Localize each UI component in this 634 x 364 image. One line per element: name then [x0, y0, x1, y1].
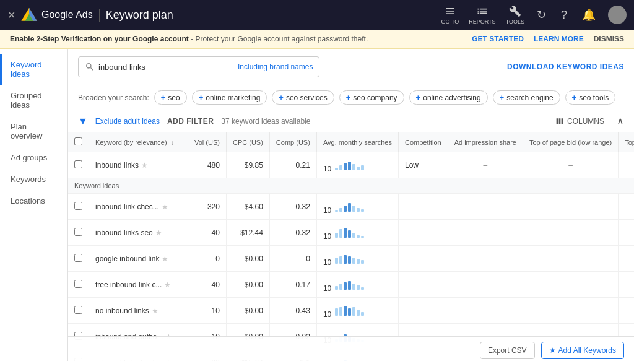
main-row-checkbox-cell[interactable]: [68, 152, 89, 178]
row-comp-cell: 0.17: [269, 272, 316, 298]
chip-seo-tools[interactable]: + seo tools: [565, 90, 616, 105]
row-checkbox[interactable]: [74, 202, 82, 210]
svg-rect-24: [335, 258, 338, 264]
sidebar-item-locations[interactable]: Locations: [0, 190, 67, 212]
comp-header: Comp (US): [269, 132, 316, 152]
main-bid-low-cell: –: [523, 152, 618, 178]
main-vol-cell: 480: [188, 152, 227, 178]
chip-seo[interactable]: + seo: [154, 90, 187, 105]
goto-label: GO TO: [441, 19, 459, 25]
star-icon[interactable]: ★: [162, 202, 168, 211]
sort-icon[interactable]: ↓: [171, 139, 174, 146]
star-icon[interactable]: ★: [164, 280, 171, 289]
main-row-checkbox[interactable]: [74, 160, 82, 168]
alert-bold: Enable 2-Step Verification on your Googl…: [10, 35, 189, 43]
chip-online-marketing[interactable]: + online marketing: [192, 90, 267, 105]
star-icon[interactable]: ★: [162, 254, 168, 263]
ad-impression-header: Ad impression share: [448, 132, 523, 152]
search-box[interactable]: Including brand names: [78, 56, 319, 77]
collapse-btn[interactable]: ∧: [617, 115, 624, 127]
goto-nav-btn[interactable]: GO TO: [441, 5, 459, 25]
section-header-row: Keyword ideas: [68, 178, 634, 194]
sidebar-item-plan-overview[interactable]: Plan overview: [0, 116, 67, 147]
row-cpc-cell: $12.44: [226, 220, 269, 246]
row-cpc-cell: $0.00: [226, 246, 269, 272]
content-area: Including brand names DOWNLOAD KEYWORD I…: [68, 49, 634, 361]
star-icon[interactable]: ★: [155, 228, 162, 237]
cpc-header: CPC (US): [226, 132, 269, 152]
dismiss-alert-btn[interactable]: DISMISS: [594, 35, 624, 43]
star-icon[interactable]: ★: [152, 306, 158, 315]
row-bid-high-cell: –: [619, 298, 634, 324]
row-bid-low-cell: –: [523, 220, 618, 246]
row-bid-low-cell: –: [523, 194, 618, 220]
avatar[interactable]: [608, 6, 627, 24]
add-all-keywords-btn[interactable]: ★ Add All Keywords: [541, 342, 624, 359]
chip-online-advertising[interactable]: + online advertising: [409, 90, 488, 105]
add-filter-btn[interactable]: ADD FILTER: [167, 117, 214, 126]
row-checkbox[interactable]: [74, 280, 82, 288]
star-add-icon: ★: [549, 346, 556, 355]
row-checkbox-cell[interactable]: [68, 298, 89, 324]
notifications-btn[interactable]: 🔔: [580, 6, 598, 24]
search-input[interactable]: [98, 63, 222, 72]
keyword-ideas-section: Keyword ideas: [68, 178, 634, 194]
help-btn[interactable]: ?: [558, 6, 570, 24]
refresh-btn[interactable]: ↻: [534, 6, 549, 24]
svg-rect-40: [344, 306, 347, 316]
reports-nav-btn[interactable]: REPORTS: [469, 5, 495, 25]
row-sparkline: [334, 198, 371, 213]
select-all-checkbox[interactable]: [74, 137, 82, 145]
row-checkbox-cell[interactable]: [68, 194, 89, 220]
learn-more-link[interactable]: LEARN MORE: [534, 35, 584, 43]
select-all-header[interactable]: [68, 132, 89, 152]
svg-rect-17: [335, 233, 338, 238]
sidebar-item-keyword-ideas[interactable]: Keyword ideas: [0, 54, 67, 85]
filter-icon[interactable]: ▼: [78, 116, 88, 127]
sidebar-item-grouped-ideas[interactable]: Grouped ideas: [0, 85, 67, 116]
row-checkbox-cell[interactable]: [68, 272, 89, 298]
svg-rect-29: [357, 259, 360, 264]
sidebar-item-keywords[interactable]: Keywords: [0, 168, 67, 190]
row-checkbox-cell[interactable]: [68, 246, 89, 272]
chip-seo-services[interactable]: + seo services: [272, 90, 334, 105]
columns-btn[interactable]: COLUMNS: [555, 116, 604, 126]
svg-rect-32: [339, 284, 342, 290]
svg-rect-15: [357, 208, 360, 212]
close-icon[interactable]: ✕: [7, 9, 15, 21]
export-csv-btn[interactable]: Export CSV: [480, 342, 535, 359]
row-checkbox[interactable]: [74, 254, 82, 262]
main-keyword-cell: inbound links ★: [89, 152, 188, 178]
svg-rect-10: [335, 210, 338, 212]
row-comp-cell: 0.43: [269, 298, 316, 324]
exclude-adult-link[interactable]: Exclude adult ideas: [95, 117, 160, 126]
chip-search-engine[interactable]: + search engine: [493, 90, 560, 105]
avg-header: Avg. monthly searches: [316, 132, 398, 152]
svg-rect-20: [348, 230, 351, 238]
chip-seo-company[interactable]: + seo company: [339, 90, 404, 105]
row-vol-cell: 40: [188, 272, 227, 298]
row-ad-share-cell: –: [448, 298, 523, 324]
including-brand-names[interactable]: Including brand names: [238, 63, 313, 71]
keywords-table: Keyword (by relevance) ↓ Vol (US) CPC (U…: [68, 132, 634, 361]
svg-rect-38: [335, 308, 338, 316]
row-checkbox-cell[interactable]: [68, 220, 89, 246]
row-avg-cell: 10: [316, 246, 398, 272]
row-bid-high-cell: –: [619, 246, 634, 272]
sidebar-item-ad-groups[interactable]: Ad groups: [0, 147, 67, 168]
alert-body: - Protect your Google account against pa…: [191, 35, 368, 43]
row-bid-low-cell: –: [523, 246, 618, 272]
tools-nav-btn[interactable]: TOOLS: [506, 5, 524, 25]
row-cpc-cell: $4.60: [226, 194, 269, 220]
download-keyword-ideas-btn[interactable]: DOWNLOAD KEYWORD IDEAS: [507, 63, 624, 71]
main-sparkline: [334, 157, 371, 171]
get-started-link[interactable]: GET STARTED: [472, 35, 524, 43]
star-icon[interactable]: ★: [141, 161, 148, 170]
svg-rect-34: [348, 281, 351, 290]
svg-rect-12: [344, 206, 347, 212]
svg-rect-7: [352, 164, 355, 170]
svg-rect-36: [357, 285, 360, 290]
row-checkbox[interactable]: [74, 228, 82, 236]
row-checkbox[interactable]: [74, 306, 82, 314]
svg-rect-18: [339, 229, 342, 238]
